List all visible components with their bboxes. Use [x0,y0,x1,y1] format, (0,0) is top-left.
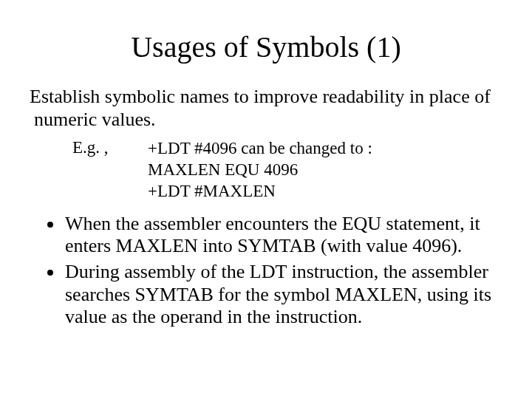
example-label: E.g. , [30,138,148,202]
bullet-item: During assembly of the LDT instruction, … [64,261,502,329]
intro-paragraph: Establish symbolic names to improve read… [30,85,502,131]
example-line: +LDT #MAXLEN [148,181,502,202]
example-line: MAXLEN EQU 4096 [148,160,502,181]
example-lines: +LDT #4096 can be changed to : MAXLEN EQ… [148,138,502,202]
bullet-item: When the assembler encounters the EQU st… [64,213,502,258]
slide-title: Usages of Symbols (1) [30,30,502,64]
example-line: +LDT #4096 can be changed to : [148,138,502,160]
slide: Usages of Symbols (1) Establish symbolic… [0,0,532,399]
bullet-list: When the assembler encounters the EQU st… [30,213,502,329]
example-block: E.g. , +LDT #4096 can be changed to : MA… [30,138,502,202]
